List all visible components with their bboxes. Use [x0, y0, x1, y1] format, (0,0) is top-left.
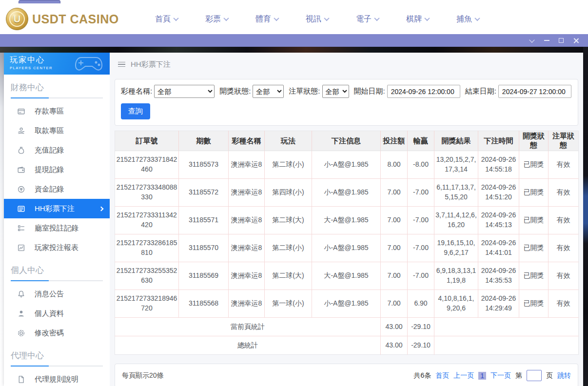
- cell: 有效: [549, 207, 579, 234]
- cell: 澳洲幸运8: [229, 262, 265, 290]
- sidebar-item-0-1[interactable]: 取款專區: [4, 121, 110, 140]
- sidebar-item-0-6[interactable]: 廳室投註記錄: [4, 218, 110, 238]
- cell: 2152172733371842460: [115, 151, 179, 179]
- nav-item-5[interactable]: 棋牌: [392, 14, 443, 24]
- sidebar-item-0-5[interactable]: HH彩票下注: [4, 199, 110, 218]
- first-page-link[interactable]: 首页: [435, 371, 449, 380]
- cell: 7.00: [381, 290, 408, 318]
- cell: 7.00: [381, 262, 408, 290]
- sidebar-item-label: 個人資料: [35, 309, 64, 318]
- cell: 已開獎: [519, 179, 549, 207]
- bets-table: 訂單號期數彩種名稱玩法下注信息投注額輸贏開獎結果下注時間開獎狀態注單狀態 215…: [115, 131, 579, 355]
- window-dropdown-icon[interactable]: [525, 35, 539, 46]
- cell: 已開獎: [519, 151, 549, 179]
- window-title-bar: [0, 34, 588, 47]
- coin-icon: [17, 185, 25, 193]
- start-date-input[interactable]: [387, 85, 460, 98]
- sidebar-item-0-2[interactable]: 充值記錄: [4, 140, 110, 160]
- cell: 第一球(小): [265, 290, 312, 318]
- cell: 澳洲幸运8: [229, 179, 265, 207]
- sidebar-item-label: 玩家投注報表: [35, 243, 78, 252]
- sidebar-item-0-3[interactable]: 提現記錄: [4, 160, 110, 179]
- cell: 31185571: [179, 207, 229, 234]
- per-page-label: 每頁顯示20條: [122, 371, 164, 380]
- cell: 小-A盤@1.985: [312, 179, 381, 207]
- cell: 2024-09-26 14:51:20: [478, 179, 519, 207]
- pagination-panel: 每頁顯示20條 共6条 首页 上一页 1 下一页 第 页 跳转: [115, 364, 578, 386]
- col-header-6: 輸贏: [408, 131, 434, 151]
- table-row: 215217273331134242031185571澳洲幸运8第二球(大)大-…: [115, 207, 579, 234]
- nav-item-2[interactable]: 體育: [242, 14, 292, 24]
- hamburger-menu-icon[interactable]: [118, 62, 125, 67]
- cell: 大-A盤@1.985: [312, 262, 381, 290]
- col-header-10: 注單狀態: [549, 131, 579, 151]
- nav-item-0[interactable]: 首頁: [141, 14, 192, 24]
- nav-item-1[interactable]: 彩票: [192, 14, 242, 24]
- current-page-indicator: 1: [478, 372, 486, 380]
- draw-status-label: 開獎狀態:: [219, 87, 251, 96]
- col-header-3: 玩法: [265, 131, 312, 151]
- scrollbar-strip[interactable]: [583, 47, 588, 386]
- lottery-name-select[interactable]: 全部: [154, 85, 215, 98]
- sidebar-item-label: 資金記錄: [35, 185, 64, 194]
- summary-empty: [434, 336, 579, 355]
- cell: 31185568: [179, 290, 229, 318]
- cell: 19,16,15,10,9,6,2,17: [434, 234, 478, 262]
- site-logo[interactable]: U USDT CASINO: [6, 8, 118, 30]
- nav-item-6[interactable]: 捕魚: [443, 14, 493, 24]
- grand-total-summary-row: 總統計43.00-29.10: [115, 336, 579, 355]
- table-row: 215217273334808833031185572澳洲幸运8第四球(小)小-…: [115, 179, 579, 207]
- nav-item-4[interactable]: 電子: [342, 14, 392, 24]
- col-header-1: 期數: [179, 131, 229, 151]
- next-page-link[interactable]: 下一页: [490, 371, 511, 380]
- col-header-7: 開獎結果: [434, 131, 478, 151]
- order-status-select[interactable]: 全部: [322, 85, 349, 98]
- cell: 3,7,11,4,12,6,16,20: [434, 207, 478, 234]
- summary-bet-total: 43.00: [381, 336, 408, 355]
- window-maximize-icon[interactable]: [554, 35, 568, 46]
- cell: 第四球(小): [265, 179, 312, 207]
- prev-page-link[interactable]: 上一页: [453, 371, 474, 380]
- sidebar-item-0-0[interactable]: 存款專區: [4, 101, 110, 121]
- page-title: HH彩票下注: [131, 60, 171, 69]
- page-number-input[interactable]: [527, 370, 542, 381]
- main-content: HH彩票下注 彩種名稱: 全部 開獎狀態: 全部 注單狀: [110, 53, 583, 386]
- cell: 2024-09-26 14:29:49: [478, 290, 519, 318]
- page-suffix-label: 页: [546, 371, 553, 380]
- cell: 小-A盤@1.985: [312, 290, 381, 318]
- person-icon: [17, 309, 25, 318]
- sidebar-item-0-4[interactable]: 資金記錄: [4, 179, 110, 199]
- sidebar-item-2-0[interactable]: 代理規則說明: [4, 369, 110, 386]
- jump-link[interactable]: 跳转: [557, 371, 571, 380]
- window-close-icon[interactable]: [568, 35, 583, 46]
- cell: 6,9,18,3,13,11,19,8: [434, 262, 478, 290]
- cell: 有效: [549, 151, 579, 179]
- cell: 已開獎: [519, 290, 549, 318]
- cell: 小-A盤@1.985: [312, 151, 381, 179]
- sidebar-item-1-2[interactable]: 修改密碼: [4, 323, 110, 343]
- sidebar-item-1-0[interactable]: 消息公告: [4, 284, 110, 304]
- browser-tab-accent[interactable]: [19, 0, 60, 3]
- browser-strip: [0, 0, 588, 4]
- sidebar-item-0-7[interactable]: 玩家投注報表: [4, 238, 110, 257]
- chevron-down-icon: [223, 16, 229, 21]
- cell: -8.00: [408, 151, 434, 179]
- sidebar-section-title-1: 個人中心: [4, 257, 110, 280]
- window-minimize-icon[interactable]: [539, 35, 554, 46]
- draw-status-select[interactable]: 全部: [253, 85, 284, 98]
- nav-item-3[interactable]: 視訊: [292, 14, 342, 24]
- top-navigation: U USDT CASINO 首頁 彩票 體育 視訊 電子 棋牌 捕魚: [0, 4, 588, 34]
- table-row: 215217273321894672031185568澳洲幸运8第一球(小)小-…: [115, 290, 579, 318]
- end-date-label: 結束日期:: [465, 87, 496, 96]
- section-underline: [11, 366, 103, 367]
- logo-text: USDT CASINO: [32, 12, 119, 26]
- cell: 2152172733218946720: [115, 290, 179, 318]
- cell: -7.00: [408, 179, 434, 207]
- cell: 第二球(小): [265, 151, 312, 179]
- cell: 7.00: [381, 179, 408, 207]
- summary-label: 總統計: [115, 336, 381, 355]
- search-button[interactable]: 查詢: [121, 103, 150, 119]
- sidebar-item-1-1[interactable]: 個人資料: [4, 304, 110, 323]
- end-date-input[interactable]: [498, 85, 571, 98]
- chevron-down-icon: [173, 16, 178, 21]
